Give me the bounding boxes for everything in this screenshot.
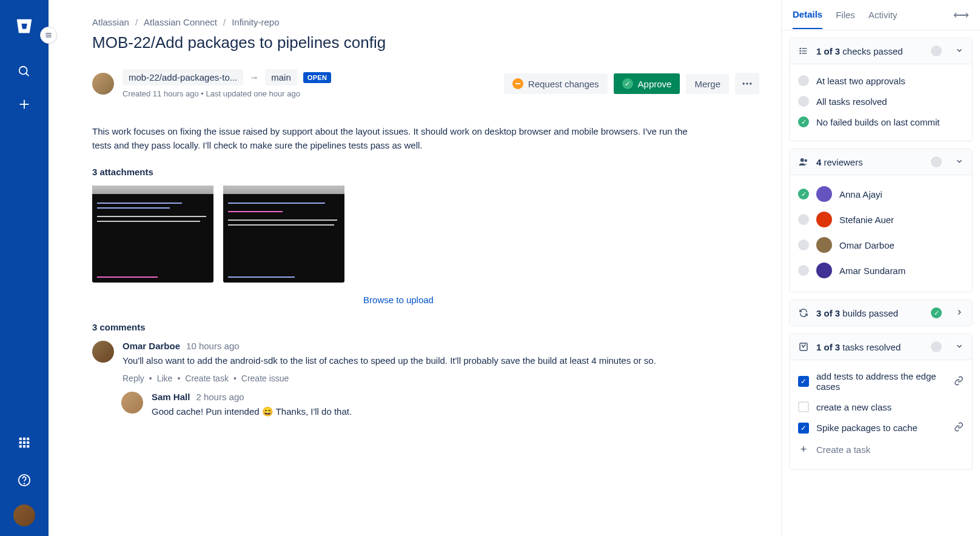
svg-point-26 [800, 50, 800, 51]
page-title: MOB-22/Add packages to pipelines config [92, 33, 759, 52]
status-pending-icon [931, 341, 942, 352]
comment-create-task-link[interactable]: Create task [185, 374, 229, 383]
comment-author[interactable]: Sam Hall [152, 392, 190, 402]
create-task-label: Create a task [816, 444, 870, 455]
reviewer-name[interactable]: Stefanie Auer [839, 215, 894, 225]
breadcrumb-project[interactable]: Atlassian Connect [144, 17, 217, 27]
bitbucket-logo-icon[interactable] [13, 16, 35, 38]
comment-like-link[interactable]: Like [157, 374, 173, 383]
comment-reply: Sam Hall 2 hours ago Good cache! Pun int… [121, 392, 705, 424]
refresh-icon [798, 307, 809, 318]
create-plus-icon[interactable] [11, 91, 38, 118]
svg-point-14 [24, 483, 25, 484]
merge-button[interactable]: Merge [686, 74, 729, 94]
svg-point-28 [800, 158, 804, 162]
tasks-summary: 1 of 3 tasks resolved [816, 342, 901, 352]
svg-rect-10 [19, 445, 22, 447]
attachments [92, 186, 759, 283]
user-avatar[interactable] [13, 504, 35, 526]
pr-header: mob-22/add-packages-to... → main OPEN Cr… [92, 69, 759, 98]
attachment-thumb[interactable] [92, 186, 213, 283]
reviewer-name[interactable]: Amar Sundaram [839, 266, 905, 276]
request-changes-button[interactable]: Request changes [504, 73, 608, 94]
status-success-icon: ✓ [798, 116, 809, 127]
link-icon[interactable] [954, 376, 964, 387]
status-pending-icon [931, 45, 942, 56]
author-avatar[interactable] [92, 73, 114, 95]
status-dot-icon [798, 240, 809, 250]
expand-sidebar-icon[interactable] [40, 27, 57, 44]
target-branch[interactable]: main [265, 69, 297, 85]
check-item: All tasks resolved [798, 91, 964, 112]
reviewer-avatar[interactable] [816, 186, 832, 202]
builds-panel-head[interactable]: 3 of 3 builds passed ✓ [790, 300, 972, 326]
status-dot-icon [798, 75, 809, 86]
status-dot-icon [798, 96, 809, 107]
upload-link[interactable]: Browse to upload [92, 295, 705, 305]
tab-files[interactable]: Files [836, 1, 855, 28]
reviewer-avatar[interactable] [816, 237, 832, 253]
comment-author[interactable]: Omar Darboe [122, 341, 180, 351]
reviewers-panel-head[interactable]: 4 reviewers [790, 149, 972, 175]
tab-activity[interactable]: Activity [868, 1, 898, 28]
comment-time: 2 hours ago [196, 392, 244, 402]
status-pending-icon [931, 156, 942, 167]
chevron-down-icon[interactable] [955, 46, 964, 56]
minus-circle-icon [512, 78, 523, 89]
comment-avatar[interactable] [121, 392, 143, 414]
help-icon[interactable] [11, 467, 38, 494]
svg-rect-12 [27, 445, 29, 447]
chevron-right-icon[interactable] [955, 308, 964, 318]
check-circle-icon: ✓ [622, 78, 633, 89]
task-checkbox[interactable]: ✓ [798, 423, 809, 434]
svg-point-25 [800, 48, 800, 49]
pr-meta: Created 11 hours ago • Last updated one … [122, 89, 331, 98]
task-checkbox[interactable]: ✓ [798, 376, 809, 387]
comment-time: 10 hours ago [186, 341, 240, 351]
comment-reply-link[interactable]: Reply [122, 374, 144, 383]
app-switcher-icon[interactable] [11, 429, 38, 456]
attachments-label: 3 attachments [92, 167, 759, 177]
reviewer-avatar[interactable] [816, 212, 832, 227]
reviewer-name[interactable]: Anna Ajayi [839, 189, 882, 199]
comment-create-issue-link[interactable]: Create issue [241, 374, 289, 383]
search-icon[interactable] [11, 58, 38, 85]
approve-label: Approve [638, 79, 672, 89]
chevron-down-icon[interactable] [955, 342, 964, 352]
task-item: ✓ add tests to address the edge cases [798, 366, 964, 397]
svg-point-21 [750, 82, 751, 84]
more-actions-icon[interactable] [735, 73, 759, 95]
tab-details[interactable]: Details [793, 1, 822, 29]
svg-rect-8 [23, 441, 25, 444]
source-branch[interactable]: mob-22/add-packages-to... [122, 69, 243, 85]
svg-point-20 [746, 82, 748, 84]
reviewer-avatar[interactable] [816, 263, 832, 278]
pr-description: This work focuses on fixing the issue ra… [92, 125, 705, 152]
checks-panel-head[interactable]: 1 of 3 checks passed [790, 38, 972, 64]
status-dot-icon [798, 265, 809, 276]
chevron-down-icon[interactable] [955, 157, 964, 167]
tasks-panel-head[interactable]: 1 of 3 tasks resolved [790, 334, 972, 360]
checks-summary: 1 of 3 checks passed [816, 46, 903, 56]
breadcrumb-sep: / [223, 17, 226, 27]
main-content: Atlassian / Atlassian Connect / Infinity… [49, 0, 781, 536]
approve-button[interactable]: ✓ Approve [614, 73, 680, 94]
svg-rect-11 [23, 445, 25, 447]
expand-panel-icon[interactable]: ⟷ [953, 8, 969, 22]
breadcrumb-org[interactable]: Atlassian [92, 17, 129, 27]
status-dot-icon [798, 214, 809, 225]
link-icon[interactable] [954, 422, 964, 434]
task-checkbox[interactable] [798, 401, 809, 412]
comment-avatar[interactable] [92, 341, 114, 363]
create-task[interactable]: + Create a task [798, 438, 964, 461]
reviewer-name[interactable]: Omar Darboe [839, 240, 894, 250]
attachment-thumb[interactable] [223, 186, 344, 283]
request-changes-label: Request changes [528, 79, 599, 89]
breadcrumb-sep: / [135, 17, 138, 27]
svg-line-1 [26, 73, 29, 76]
builds-panel: 3 of 3 builds passed ✓ [789, 300, 973, 326]
reviewer-item: Omar Darboe [798, 232, 964, 258]
comment-text: Good cache! Pun intended 😄 Thanks, I'll … [152, 404, 705, 418]
sidebar-tabs: Details Files Activity ⟷ [782, 0, 980, 30]
breadcrumb-repo[interactable]: Infinity-repo [232, 17, 279, 27]
